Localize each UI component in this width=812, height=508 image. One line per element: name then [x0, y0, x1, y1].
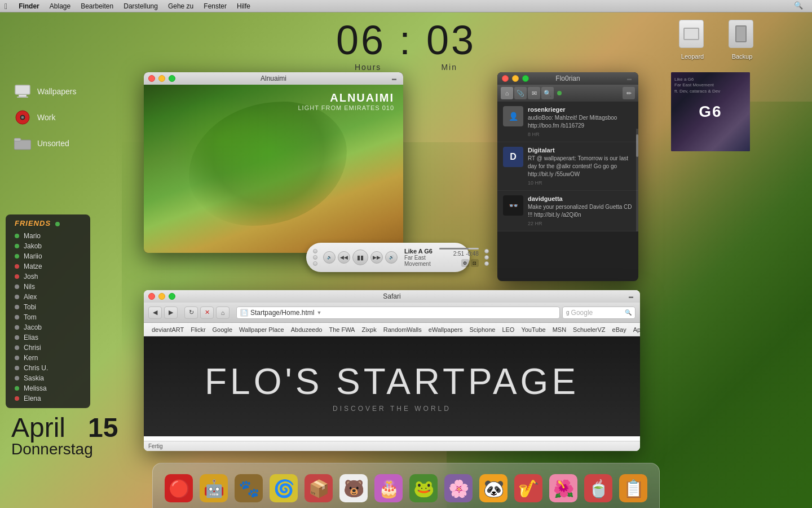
- safari-forward-btn[interactable]: ▶: [164, 306, 178, 319]
- search-icon[interactable]: 🔍: [794, 1, 803, 10]
- tw-attach-btn[interactable]: 📎: [514, 87, 527, 99]
- bookmark-item[interactable]: Flickr: [187, 325, 209, 334]
- safari-window-btn[interactable]: [626, 293, 636, 300]
- bookmark-item[interactable]: Sciphone: [466, 325, 499, 334]
- bookmark-item[interactable]: LEO: [498, 325, 518, 334]
- dock-item[interactable]: 🐾: [233, 472, 264, 503]
- friend-item[interactable]: Elena: [12, 393, 83, 404]
- friend-item[interactable]: Mario: [12, 231, 83, 241]
- drive-leopard[interactable]: Leopard: [679, 20, 706, 60]
- tweet-item[interactable]: D Digitalart RT @ wallpaperart: Tomorrow…: [497, 142, 638, 191]
- flo0rian-close-btn[interactable]: [502, 75, 509, 82]
- dock-item[interactable]: 🌀: [268, 472, 299, 503]
- safari-back-btn[interactable]: ◀: [148, 306, 162, 319]
- search-btn-icon[interactable]: 🔍: [625, 309, 632, 316]
- safari-max-btn[interactable]: [169, 293, 175, 300]
- dock-item[interactable]: 🐼: [478, 472, 509, 503]
- friend-item[interactable]: Jacob: [12, 322, 83, 332]
- menu-fenster[interactable]: Fenster: [199, 1, 231, 11]
- friend-item[interactable]: Elias: [12, 332, 83, 343]
- friend-item[interactable]: Matze: [12, 261, 83, 271]
- safari-search-bar[interactable]: g Google 🔍: [562, 306, 636, 319]
- dock-item[interactable]: 🌸: [443, 472, 474, 503]
- friend-item[interactable]: Melissa: [12, 383, 83, 393]
- dock-item[interactable]: 🎷: [513, 472, 544, 503]
- menu-gehe-zu[interactable]: Gehe zu: [164, 1, 198, 11]
- safari-stop-btn[interactable]: ✕: [200, 306, 214, 319]
- friend-item[interactable]: Mariio: [12, 251, 83, 261]
- friend-name: Alex: [24, 293, 37, 301]
- close-button[interactable]: [148, 75, 155, 82]
- safari-min-btn[interactable]: [158, 293, 165, 300]
- dock-item[interactable]: 🐻: [338, 472, 369, 503]
- dock-item[interactable]: 🤖: [198, 472, 230, 503]
- window-minimize-btn[interactable]: [390, 75, 399, 82]
- play-pause-btn[interactable]: ▮▮: [352, 249, 368, 265]
- bookmark-item[interactable]: deviantART: [148, 325, 187, 334]
- tw-home-btn[interactable]: ⌂: [501, 87, 513, 99]
- friend-item[interactable]: Tom: [12, 312, 83, 322]
- clock-widget: 06 : 03 Hours Min: [336, 20, 476, 72]
- menu-finder[interactable]: Finder: [14, 1, 44, 11]
- dock-item[interactable]: 📦: [303, 472, 334, 503]
- dock-item[interactable]: 🍵: [582, 472, 614, 503]
- prev-btn[interactable]: ◀◀: [338, 251, 350, 264]
- tw-compose-btn[interactable]: ✏: [623, 87, 635, 99]
- drive-backup[interactable]: Backup: [729, 20, 756, 60]
- bookmark-item[interactable]: RandomWalls: [380, 325, 425, 334]
- settings-icon[interactable]: ⚙: [461, 259, 469, 267]
- safari-close-btn[interactable]: [148, 293, 155, 300]
- sidebar-item-wallpapers[interactable]: Wallpapers: [5, 79, 86, 104]
- dock-item[interactable]: 🎂: [373, 472, 404, 503]
- mini-info: Like A G6 Far East Movement: [401, 248, 436, 267]
- bookmark-item[interactable]: YouTube: [518, 325, 549, 334]
- next-btn[interactable]: ▶▶: [370, 251, 383, 264]
- friend-item[interactable]: Nils: [12, 282, 83, 292]
- volume-up-btn[interactable]: 🔊: [385, 251, 398, 264]
- dock-item[interactable]: 🌺: [548, 472, 579, 503]
- friend-item[interactable]: Jakob: [12, 241, 83, 251]
- menu-hilfe[interactable]: Hilfe: [232, 1, 255, 11]
- bookmark-item[interactable]: Apple: [630, 325, 640, 334]
- friend-item[interactable]: Chrisi: [12, 343, 83, 353]
- dock-item[interactable]: 🐸: [408, 472, 439, 503]
- sidebar-item-work[interactable]: Work: [5, 105, 86, 130]
- friend-item[interactable]: Saskia: [12, 373, 83, 383]
- flo0rian-max-btn[interactable]: [522, 75, 529, 82]
- flo0rian-min-btn[interactable]: [512, 75, 519, 82]
- tw-search-btn[interactable]: 🔍: [541, 87, 554, 99]
- volume-down-btn[interactable]: 🔈: [323, 251, 336, 264]
- tweet-item[interactable]: 👤 rosenkrieger audioBoo: Mahlzeit! Der M…: [497, 102, 638, 142]
- friend-item[interactable]: Josh: [12, 271, 83, 282]
- tw-mail-btn[interactable]: ✉: [528, 87, 540, 99]
- menu-darstellung[interactable]: Darstellung: [119, 1, 162, 11]
- bookmark-item[interactable]: Abduzeedo: [288, 325, 326, 334]
- bookmark-item[interactable]: eBay: [609, 325, 630, 334]
- friend-item[interactable]: Chris U.: [12, 363, 83, 373]
- bookmark-item[interactable]: Wallpaper Place: [236, 325, 288, 334]
- sidebar-item-unsorted[interactable]: Unsorted: [5, 131, 86, 156]
- safari-reload-btn[interactable]: ↻: [184, 306, 198, 319]
- scroll-thumb[interactable]: [636, 134, 638, 157]
- bookmark-item[interactable]: Zixpk: [358, 325, 379, 334]
- tweet-item[interactable]: 👓 davidguetta Make your personalized Dav…: [497, 191, 638, 231]
- menu-ablage[interactable]: Ablage: [45, 1, 75, 11]
- dock-item[interactable]: 📋: [617, 472, 649, 503]
- maximize-button[interactable]: [169, 75, 175, 82]
- bookmark-item[interactable]: MSN: [549, 325, 570, 334]
- safari-url-bar[interactable]: 📄 Startpage/Home.html ▼: [236, 306, 560, 319]
- minimize-button[interactable]: [158, 75, 165, 82]
- bookmark-item[interactable]: Google: [209, 325, 236, 334]
- bookmark-item[interactable]: SchuelerVZ: [570, 325, 608, 334]
- friend-item[interactable]: Kern: [12, 353, 83, 363]
- friend-item[interactable]: Alex: [12, 292, 83, 302]
- apple-menu[interactable]: : [5, 2, 7, 11]
- safari-home-btn[interactable]: ⌂: [216, 306, 230, 319]
- menu-bearbeiten[interactable]: Bearbeiten: [76, 1, 118, 11]
- friend-item[interactable]: Tobi: [12, 302, 83, 312]
- dock-item[interactable]: 🔴: [163, 472, 195, 503]
- flo0rian-window-btn[interactable]: [625, 75, 634, 82]
- bookmark-item[interactable]: eWallpapers: [425, 325, 466, 334]
- expand-icon[interactable]: ⊡: [471, 259, 479, 267]
- bookmark-item[interactable]: The FWA: [325, 325, 358, 334]
